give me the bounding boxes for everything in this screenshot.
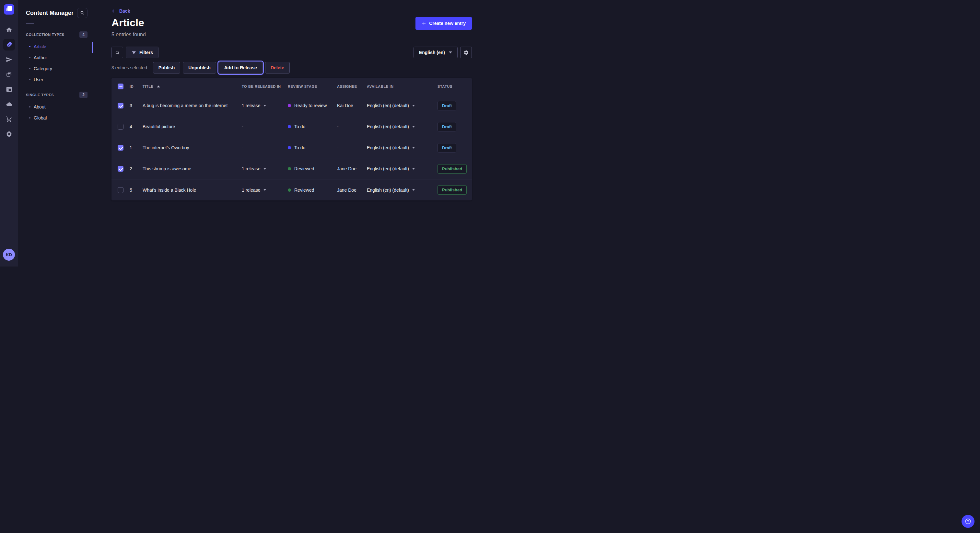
sidebar-item-label: User xyxy=(34,77,43,82)
sidebar-item-author[interactable]: Author xyxy=(18,52,93,63)
table-header-row: ID TITLE TO BE RELEASED IN REVIEW STAGE … xyxy=(111,78,472,95)
release-dropdown[interactable]: 1 release xyxy=(242,103,288,108)
search-icon[interactable] xyxy=(111,47,123,58)
select-all-checkbox[interactable] xyxy=(118,84,124,89)
release-dropdown[interactable]: 1 release xyxy=(242,166,288,171)
locale-select[interactable]: English (en) xyxy=(414,47,458,58)
cell-release: - xyxy=(242,124,243,129)
row-checkbox[interactable] xyxy=(118,166,124,171)
sort-ascending-icon[interactable] xyxy=(157,86,160,87)
cell-title: This shrimp is awesome xyxy=(143,166,191,171)
row-checkbox[interactable] xyxy=(118,124,124,130)
cell-review-stage: To do xyxy=(294,145,305,150)
publish-button[interactable]: Publish xyxy=(153,62,180,73)
column-header-release[interactable]: TO BE RELEASED IN xyxy=(242,84,288,89)
table-row[interactable]: 1 The internet's Own boy - To do - Engli… xyxy=(111,137,472,159)
table-row[interactable]: 4 Beautiful picture - To do - English (e… xyxy=(111,116,472,137)
home-icon[interactable] xyxy=(3,24,15,36)
layout-icon[interactable] xyxy=(3,84,15,95)
sidebar-item-label: Global xyxy=(34,115,47,121)
cell-title: The internet's Own boy xyxy=(143,145,189,150)
content-manager-sidebar: Content Manager COLLECTION TYPES 4 Artic… xyxy=(18,0,93,266)
column-header-title[interactable]: TITLE xyxy=(143,84,154,89)
stage-dot xyxy=(288,104,291,107)
plus-icon xyxy=(422,21,426,25)
filter-icon xyxy=(131,50,137,55)
stage-dot xyxy=(288,125,291,128)
collection-types-count-badge: 4 xyxy=(80,32,88,38)
row-checkbox[interactable] xyxy=(118,187,124,193)
section-label-single-types[interactable]: SINGLE TYPES xyxy=(26,93,54,97)
row-checkbox[interactable] xyxy=(118,103,124,108)
sidebar-item-article[interactable]: Article xyxy=(18,41,93,52)
bullet-icon xyxy=(29,57,30,58)
unpublish-button[interactable]: Unpublish xyxy=(183,62,216,73)
delete-button[interactable]: Delete xyxy=(265,62,290,73)
locale-dropdown[interactable]: English (en) (default) xyxy=(367,124,438,129)
cart-icon[interactable] xyxy=(3,113,15,125)
column-header-id[interactable]: ID xyxy=(130,84,143,89)
cloud-icon[interactable] xyxy=(3,98,15,110)
table-row[interactable]: 5 What's inside a Black Hole 1 release R… xyxy=(111,179,472,200)
feather-icon[interactable] xyxy=(3,39,15,51)
sidebar-item-category[interactable]: Category xyxy=(18,63,93,74)
column-header-available-in[interactable]: AVAILABLE IN xyxy=(367,84,438,89)
send-icon[interactable] xyxy=(3,54,15,65)
add-to-release-button[interactable]: Add to Release xyxy=(219,62,262,73)
cell-title: A bug is becoming a meme on the internet xyxy=(143,103,228,108)
table-row[interactable]: 2 This shrimp is awesome 1 release Revie… xyxy=(111,159,472,179)
selected-entries-count: 3 entries selected xyxy=(111,65,147,70)
bullet-icon xyxy=(29,79,30,80)
strapi-logo[interactable] xyxy=(4,4,14,14)
sidebar-item-label: Article xyxy=(34,44,46,49)
section-label-collection-types[interactable]: COLLECTION TYPES xyxy=(26,33,65,36)
chevron-down-icon xyxy=(412,189,415,191)
settings-gear-icon[interactable] xyxy=(460,47,472,58)
release-dropdown[interactable]: 1 release xyxy=(242,187,288,193)
locale-dropdown[interactable]: English (en) (default) xyxy=(367,166,438,171)
sidebar-item-about[interactable]: About xyxy=(18,102,93,113)
chevron-down-icon xyxy=(264,189,266,191)
cell-id: 2 xyxy=(130,166,143,171)
column-header-review-stage[interactable]: REVIEW STAGE xyxy=(288,84,337,89)
main-content: Back Article 5 entries found Create new … xyxy=(93,0,490,266)
sidebar-item-label: About xyxy=(34,104,46,109)
cell-assignee: - xyxy=(337,145,367,150)
cell-assignee: Jane Doe xyxy=(337,166,367,171)
cell-id: 5 xyxy=(130,187,143,193)
column-header-status[interactable]: STATUS xyxy=(438,84,472,89)
rail-divider xyxy=(0,18,18,18)
column-header-assignee[interactable]: ASSIGNEE xyxy=(337,84,367,89)
cell-review-stage: To do xyxy=(294,124,305,129)
bullet-icon xyxy=(29,117,30,119)
cell-id: 3 xyxy=(130,103,143,108)
filters-button[interactable]: Filters xyxy=(126,47,159,58)
locale-dropdown[interactable]: English (en) (default) xyxy=(367,187,438,193)
cell-review-stage: Reviewed xyxy=(294,187,314,193)
sidebar-item-label: Author xyxy=(34,55,47,60)
gear-icon[interactable] xyxy=(3,128,15,140)
locale-dropdown[interactable]: English (en) (default) xyxy=(367,103,438,108)
cell-title: Beautiful picture xyxy=(143,124,175,129)
cell-assignee: Kai Doe xyxy=(337,103,367,108)
cell-id: 4 xyxy=(130,124,143,129)
bullet-icon xyxy=(29,46,30,47)
status-badge: Draft xyxy=(438,143,456,152)
table-row[interactable]: 3 A bug is becoming a meme on the intern… xyxy=(111,95,472,116)
status-badge: Published xyxy=(438,185,467,195)
user-avatar[interactable]: KD xyxy=(3,249,15,261)
search-icon[interactable] xyxy=(77,8,88,18)
cell-title: What's inside a Black Hole xyxy=(143,187,196,193)
arrow-left-icon xyxy=(111,8,117,14)
cell-assignee: - xyxy=(337,124,367,129)
sidebar-item-user[interactable]: User xyxy=(18,74,93,85)
sidebar-item-global[interactable]: Global xyxy=(18,113,93,124)
chevron-down-icon xyxy=(412,168,415,170)
images-icon[interactable] xyxy=(3,69,15,80)
back-link[interactable]: Back xyxy=(111,8,130,14)
row-checkbox[interactable] xyxy=(118,145,124,151)
stage-dot xyxy=(288,146,291,149)
entries-table: ID TITLE TO BE RELEASED IN REVIEW STAGE … xyxy=(111,78,472,200)
create-new-entry-button[interactable]: Create new entry xyxy=(415,17,472,30)
locale-dropdown[interactable]: English (en) (default) xyxy=(367,145,438,150)
